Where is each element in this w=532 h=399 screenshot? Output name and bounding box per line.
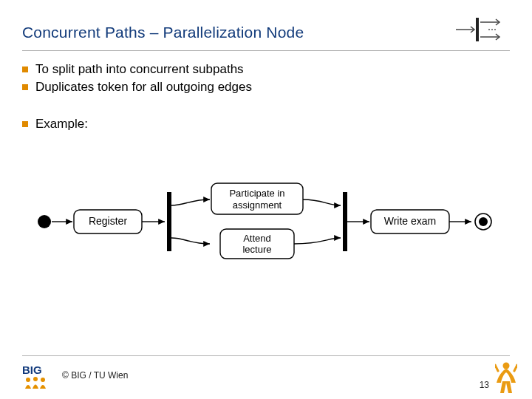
svg-point-14: [33, 377, 38, 381]
footer-copyright: © BIG / TU Wien: [62, 370, 128, 381]
slide: Concurrent Paths – Parallelization Node …: [0, 0, 532, 399]
big-logo-icon: BIG: [22, 362, 55, 389]
bullet-text: To split path into concurrent subpaths: [35, 62, 244, 77]
action-write-exam-label: Write exam: [384, 215, 437, 227]
svg-point-4: [491, 29, 493, 30]
svg-rect-1: [476, 18, 479, 41]
bullet-icon: [22, 84, 28, 90]
bullet-list-example: Example:: [22, 117, 88, 134]
bullet-icon: [22, 66, 28, 72]
svg-point-5: [494, 29, 496, 30]
svg-point-16: [503, 363, 510, 369]
title-underline: [22, 50, 510, 51]
list-item: Example:: [22, 117, 88, 132]
bullet-list-main: To split path into concurrent subpaths D…: [22, 62, 502, 98]
svg-point-15: [41, 378, 45, 382]
footer: BIG © BIG / TU Wien 13: [22, 361, 517, 390]
page-number: 13: [480, 380, 489, 390]
parallelization-node-icon: [454, 15, 505, 44]
svg-point-3: [488, 29, 490, 30]
initial-node-icon: [38, 215, 51, 228]
bullet-text: Example:: [35, 117, 88, 132]
bullet-icon: [22, 121, 28, 127]
list-item: To split path into concurrent subpaths: [22, 62, 502, 77]
svg-point-13: [26, 378, 30, 382]
person-logo-icon: [495, 361, 517, 393]
action-participate-label-2: assignment: [233, 200, 282, 211]
list-item: Duplicates token for all outgoing edges: [22, 80, 502, 95]
slide-title: Concurrent Paths – Parallelization Node: [22, 24, 510, 41]
activity-diagram: Register Participate in assignment Atten…: [30, 170, 502, 273]
svg-text:BIG: BIG: [22, 364, 42, 376]
join-bar-icon: [343, 192, 347, 251]
footer-rule: [22, 355, 510, 356]
action-attend-label-2: lecture: [242, 244, 271, 255]
svg-point-11: [479, 217, 488, 226]
action-attend-label-1: Attend: [243, 233, 271, 244]
action-participate-label-1: Participate in: [229, 188, 284, 199]
action-register-label: Register: [89, 215, 127, 227]
title-area: Concurrent Paths – Parallelization Node: [22, 24, 510, 41]
bullet-text: Duplicates token for all outgoing edges: [35, 80, 252, 95]
fork-bar-icon: [167, 192, 171, 251]
